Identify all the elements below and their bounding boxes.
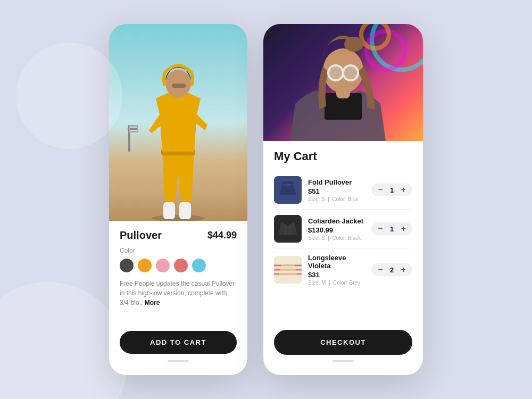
product-name: Pullover — [120, 229, 162, 242]
quantity-control-fold-pullover: − 1 + — [371, 184, 412, 196]
svg-point-0 — [152, 215, 205, 221]
cart-item: Coliarden Jacket $130.99 Size: S | Color… — [274, 210, 412, 248]
item-price: $51 — [308, 187, 365, 195]
svg-rect-1 — [163, 202, 175, 219]
quantity-control-coliarden-jacket: − 1 + — [371, 222, 412, 235]
item-name: Longsleeve Violeta — [308, 254, 365, 270]
increase-qty-button[interactable]: + — [400, 265, 407, 274]
increase-qty-button[interactable]: + — [400, 225, 407, 233]
cart-title: My Cart — [274, 149, 412, 163]
model-figure — [136, 45, 221, 221]
product-info: Pullover $44.99 Color Free People update… — [109, 221, 247, 375]
cart-hero-image — [263, 24, 423, 141]
svg-point-13 — [329, 66, 342, 79]
more-link[interactable]: More — [145, 299, 160, 306]
decrease-qty-button[interactable]: − — [377, 265, 384, 274]
decrease-qty-button[interactable]: − — [377, 186, 384, 194]
item-meta: Size: S | Color: Black — [308, 235, 365, 241]
svg-point-14 — [344, 66, 357, 79]
checkout-button[interactable]: CHECKOUT — [274, 330, 412, 355]
item-thumbnail-coliarden-jacket — [274, 215, 302, 243]
qty-value: 1 — [388, 225, 396, 233]
svg-rect-2 — [179, 202, 191, 219]
item-thumbnail-fold-pullover — [274, 176, 302, 204]
product-image — [109, 24, 247, 221]
phone-home-indicator — [168, 360, 189, 362]
product-price: $44.99 — [207, 230, 237, 241]
svg-point-9 — [344, 37, 363, 52]
item-meta: Size: M | Color: Grey — [308, 280, 365, 286]
item-name: Coliarden Jacket — [308, 217, 365, 225]
cart-item: Longsleeve Violeta $31 Size: M | Color: … — [274, 248, 412, 291]
cart-content: My Cart Fold Pullover $51 Size: S | Colo… — [263, 141, 423, 375]
cart-items-list: Fold Pullover $51 Size: S | Color: Blue … — [274, 171, 412, 323]
swatch-orange[interactable] — [138, 259, 152, 272]
swatch-dark-gray[interactable] — [120, 259, 134, 272]
product-detail-card: Pullover $44.99 Color Free People update… — [109, 24, 247, 375]
cart-item: Fold Pullover $51 Size: S | Color: Blue … — [274, 171, 412, 210]
svg-rect-5 — [172, 84, 186, 88]
add-to-cart-button[interactable]: ADD TO CART — [120, 331, 237, 354]
item-details-coliarden-jacket: Coliarden Jacket $130.99 Size: S | Color… — [308, 217, 365, 241]
item-price: $31 — [308, 271, 365, 279]
item-details-longsleeve-violeta: Longsleeve Violeta $31 Size: M | Color: … — [308, 254, 365, 286]
item-thumbnail-longsleeve-violeta — [274, 256, 302, 284]
color-swatches — [120, 259, 237, 272]
item-details-fold-pullover: Fold Pullover $51 Size: S | Color: Blue — [308, 178, 365, 202]
swatch-cyan[interactable] — [192, 259, 206, 272]
cart-card: My Cart Fold Pullover $51 Size: S | Colo… — [263, 24, 423, 375]
decrease-qty-button[interactable]: − — [377, 225, 384, 233]
increase-qty-button[interactable]: + — [400, 186, 407, 194]
item-name: Fold Pullover — [308, 178, 365, 186]
swatch-salmon[interactable] — [174, 259, 188, 272]
item-price: $130.99 — [308, 226, 365, 234]
qty-value: 1 — [388, 186, 396, 194]
product-title-row: Pullover $44.99 — [120, 229, 237, 242]
phone-home-indicator — [332, 360, 354, 362]
item-meta: Size: S | Color: Blue — [308, 196, 365, 202]
swatch-light-pink[interactable] — [156, 259, 170, 272]
qty-value: 2 — [388, 266, 396, 274]
color-label: Color — [120, 247, 237, 254]
product-description: Free People updates the casual Pullover … — [120, 279, 237, 325]
quantity-control-longsleeve-violeta: − 2 + — [371, 263, 412, 276]
girl-model — [285, 24, 402, 141]
